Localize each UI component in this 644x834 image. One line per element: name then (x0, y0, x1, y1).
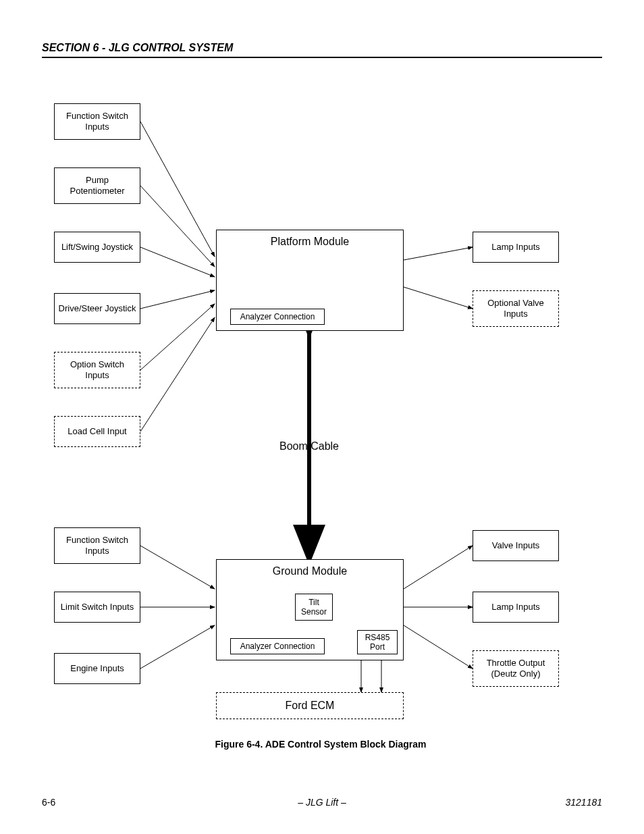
block-load-cell-input: Load Cell Input (54, 416, 140, 447)
ground-module: Ground Module Tilt Sensor Analyzer Conne… (216, 559, 404, 660)
svg-line-3 (140, 290, 215, 309)
ground-module-title: Ground Module (217, 565, 403, 577)
svg-line-4 (140, 304, 215, 370)
analyzer-connection-1: Analyzer Connection (230, 309, 325, 325)
svg-line-1 (140, 186, 215, 267)
section-header: SECTION 6 - JLG CONTROL SYSTEM (42, 42, 602, 58)
block-lamp-inputs-1: Lamp Inputs (473, 232, 559, 263)
analyzer-connection-2: Analyzer Connection (230, 638, 325, 654)
svg-line-2 (140, 247, 215, 277)
ford-ecm: Ford ECM (216, 692, 404, 719)
rs485-port: RS485 Port (357, 630, 398, 654)
svg-line-9 (140, 546, 215, 589)
doc-number: 3121181 (565, 797, 602, 808)
svg-line-12 (404, 546, 473, 589)
block-pump-potentiometer: Pump Potentiometer (54, 167, 140, 204)
svg-line-7 (404, 287, 473, 309)
block-lamp-inputs-2: Lamp Inputs (473, 592, 559, 623)
figure-caption: Figure 6-4. ADE Control System Block Dia… (54, 739, 587, 750)
tilt-sensor: Tilt Sensor (295, 594, 333, 621)
block-limit-switch-inputs: Limit Switch Inputs (54, 592, 140, 623)
block-valve-inputs: Valve Inputs (473, 530, 559, 561)
block-throttle-output: Throttle Output (Deutz Only) (473, 650, 559, 687)
block-engine-inputs: Engine Inputs (54, 653, 140, 684)
svg-line-14 (404, 625, 473, 669)
block-drive-steer-joystick: Drive/Steer Joystick (54, 293, 140, 324)
boom-cable-label: Boom Cable (257, 440, 362, 452)
block-diagram: Function Switch Inputs Pump Potentiomete… (54, 95, 587, 729)
platform-module-title: Platform Module (217, 236, 403, 248)
svg-line-0 (140, 122, 215, 257)
block-function-switch-inputs-2: Function Switch Inputs (54, 527, 140, 564)
block-lift-swing-joystick: Lift/Swing Joystick (54, 232, 140, 263)
platform-module: Platform Module Analyzer Connection (216, 230, 404, 331)
block-option-switch-inputs: Option Switch Inputs (54, 352, 140, 388)
block-function-switch-inputs-1: Function Switch Inputs (54, 103, 140, 140)
footer-title: – JLG Lift – (42, 797, 602, 808)
svg-line-5 (140, 317, 215, 432)
svg-line-11 (140, 625, 215, 669)
block-optional-valve-inputs: Optional Valve Inputs (473, 290, 559, 327)
svg-line-6 (404, 247, 473, 260)
